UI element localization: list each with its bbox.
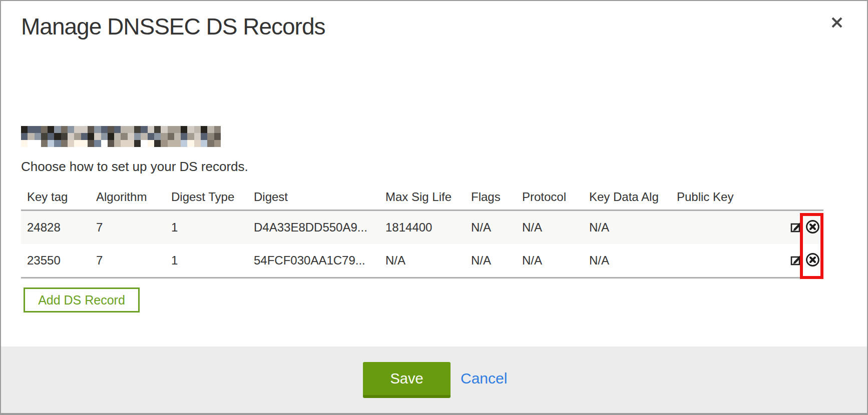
table-cell: 54FCF030AA1C79... <box>248 244 379 278</box>
table-cell: 24828 <box>21 210 90 244</box>
dialog-title: Manage DNSSEC DS Records <box>21 13 325 40</box>
delete-record-button[interactable] <box>805 219 820 236</box>
table-header-row: Key tagAlgorithmDigest TypeDigestMax Sig… <box>21 184 823 210</box>
edit-record-button[interactable] <box>789 253 803 268</box>
column-header: Public Key <box>671 184 746 210</box>
table-cell: 23550 <box>21 244 90 278</box>
column-header: Algorithm <box>90 184 165 210</box>
save-button[interactable]: Save <box>363 362 451 398</box>
table-cell: 1814400 <box>379 210 465 244</box>
delete-record-icon <box>805 252 820 269</box>
cancel-link[interactable]: Cancel <box>461 370 507 387</box>
table-cell: 1 <box>165 244 248 278</box>
column-header-actions <box>746 184 823 210</box>
column-header: Digest Type <box>165 184 248 210</box>
table-body: 2482871D4A33E8DD550A9...1814400N/AN/AN/A… <box>21 210 823 278</box>
delete-record-button[interactable] <box>805 252 820 269</box>
table-row: 2482871D4A33E8DD550A9...1814400N/AN/AN/A <box>21 210 823 244</box>
dialog-footer: Save Cancel <box>1 346 867 413</box>
redacted-domain-name <box>21 126 221 147</box>
close-icon <box>829 14 845 32</box>
edit-record-icon <box>789 253 803 268</box>
edit-record-icon <box>789 220 803 235</box>
close-button[interactable] <box>828 14 846 32</box>
row-actions <box>746 244 823 277</box>
edit-record-button[interactable] <box>789 220 803 235</box>
row-actions <box>746 211 823 244</box>
add-ds-record-button[interactable]: Add DS Record <box>24 288 140 312</box>
ds-records-table: Key tagAlgorithmDigest TypeDigestMax Sig… <box>21 184 823 278</box>
table-cell: N/A <box>583 244 671 278</box>
delete-record-icon <box>805 219 820 236</box>
column-header: Digest <box>248 184 379 210</box>
table-cell: N/A <box>516 244 583 278</box>
table-cell: N/A <box>583 210 671 244</box>
table-cell: D4A33E8DD550A9... <box>248 210 379 244</box>
column-header: Max Sig Life <box>379 184 465 210</box>
table-cell: 1 <box>165 210 248 244</box>
table-cell: N/A <box>465 244 516 278</box>
table-cell: N/A <box>465 210 516 244</box>
table-cell <box>671 244 746 278</box>
dnssec-ds-records-dialog: Manage DNSSEC DS Records Choose how to s… <box>0 0 868 415</box>
table-cell: N/A <box>516 210 583 244</box>
column-header: Protocol <box>516 184 583 210</box>
column-header: Key Data Alg <box>583 184 671 210</box>
column-header: Key tag <box>21 184 90 210</box>
table-cell: 7 <box>90 244 165 278</box>
table-row: 235507154FCF030AA1C79...N/AN/AN/AN/A <box>21 244 823 278</box>
table-cell: N/A <box>379 244 465 278</box>
table-cell: 7 <box>90 210 165 244</box>
table-cell <box>671 210 746 244</box>
instruction-text: Choose how to set up your DS records. <box>21 159 248 174</box>
column-header: Flags <box>465 184 516 210</box>
